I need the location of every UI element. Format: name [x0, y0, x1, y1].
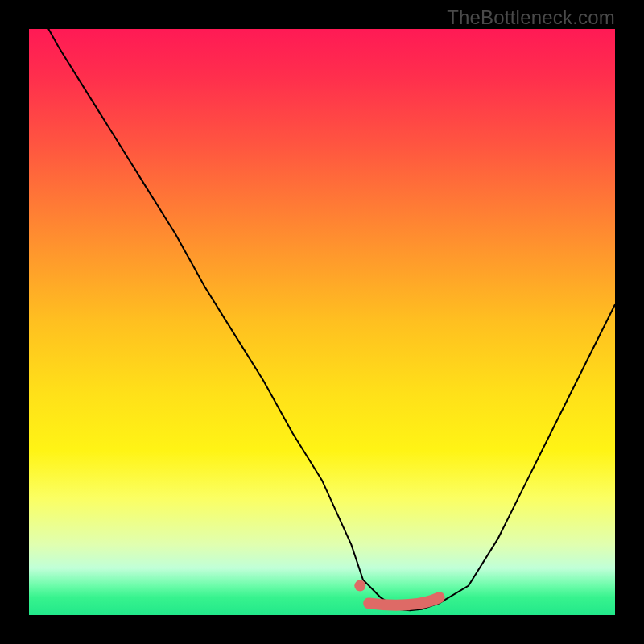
- chart-plot-area: [29, 29, 615, 615]
- watermark-label: TheBottleneck.com: [447, 6, 615, 29]
- marker-dot: [354, 580, 365, 592]
- chart-svg: [29, 29, 615, 615]
- highlight-segment: [369, 597, 439, 605]
- bottleneck-curve: [29, 0, 615, 610]
